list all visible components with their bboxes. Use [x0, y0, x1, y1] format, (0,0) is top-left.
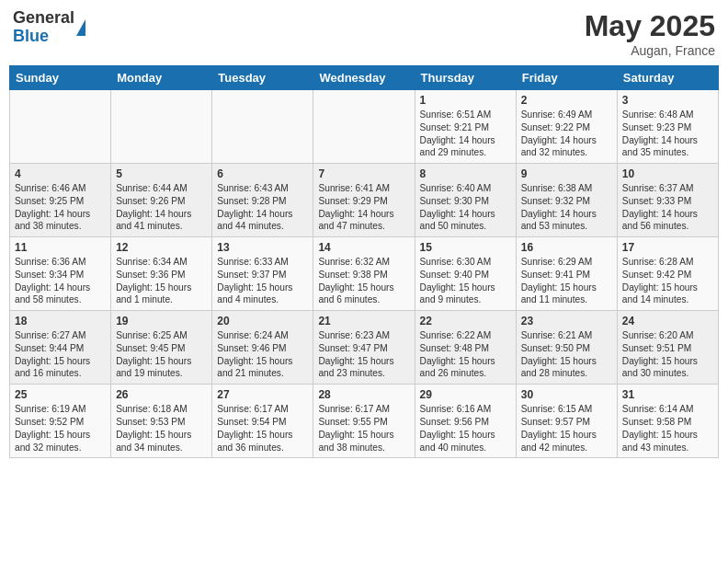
- day-number: 30: [521, 388, 612, 401]
- calendar-cell: 14Sunrise: 6:32 AM Sunset: 9:38 PM Dayli…: [313, 237, 415, 311]
- cell-content: Sunrise: 6:25 AM Sunset: 9:45 PM Dayligh…: [116, 329, 207, 380]
- cell-content: Sunrise: 6:41 AM Sunset: 9:29 PM Dayligh…: [318, 182, 409, 233]
- day-number: 4: [15, 167, 106, 180]
- cell-content: Sunrise: 6:51 AM Sunset: 9:21 PM Dayligh…: [420, 109, 511, 159]
- calendar-week-row: 11Sunrise: 6:36 AM Sunset: 9:34 PM Dayli…: [10, 237, 719, 311]
- cell-content: Sunrise: 6:32 AM Sunset: 9:38 PM Dayligh…: [318, 256, 409, 306]
- calendar-week-row: 25Sunrise: 6:19 AM Sunset: 9:52 PM Dayli…: [10, 385, 719, 458]
- day-number: 7: [318, 167, 409, 180]
- calendar-cell: 15Sunrise: 6:30 AM Sunset: 9:40 PM Dayli…: [415, 237, 516, 311]
- logo-triangle-icon: [76, 19, 85, 36]
- day-number: 9: [521, 167, 612, 180]
- calendar-cell: 3Sunrise: 6:48 AM Sunset: 9:23 PM Daylig…: [617, 90, 718, 164]
- day-number: 17: [622, 241, 713, 254]
- day-number: 16: [521, 241, 612, 254]
- calendar-cell: 6Sunrise: 6:43 AM Sunset: 9:28 PM Daylig…: [212, 164, 313, 237]
- calendar-cell: 4Sunrise: 6:46 AM Sunset: 9:25 PM Daylig…: [10, 164, 111, 237]
- day-number: 29: [420, 388, 511, 401]
- cell-content: Sunrise: 6:43 AM Sunset: 9:28 PM Dayligh…: [217, 182, 308, 233]
- calendar-week-row: 18Sunrise: 6:27 AM Sunset: 9:44 PM Dayli…: [10, 311, 719, 385]
- day-header-tuesday: Tuesday: [212, 66, 313, 90]
- cell-content: Sunrise: 6:34 AM Sunset: 9:36 PM Dayligh…: [116, 256, 207, 306]
- calendar-cell: 24Sunrise: 6:20 AM Sunset: 9:51 PM Dayli…: [617, 311, 718, 385]
- cell-content: Sunrise: 6:48 AM Sunset: 9:23 PM Dayligh…: [622, 109, 713, 159]
- cell-content: Sunrise: 6:21 AM Sunset: 9:50 PM Dayligh…: [521, 329, 612, 380]
- day-number: 8: [420, 167, 511, 180]
- day-number: 28: [318, 388, 409, 401]
- calendar-cell: 18Sunrise: 6:27 AM Sunset: 9:44 PM Dayli…: [10, 311, 111, 385]
- cell-content: Sunrise: 6:40 AM Sunset: 9:30 PM Dayligh…: [420, 182, 511, 233]
- calendar-cell: [313, 90, 415, 164]
- cell-content: Sunrise: 6:38 AM Sunset: 9:32 PM Dayligh…: [521, 182, 612, 233]
- calendar-cell: 11Sunrise: 6:36 AM Sunset: 9:34 PM Dayli…: [10, 237, 111, 311]
- day-header-sunday: Sunday: [10, 66, 111, 90]
- day-number: 14: [318, 241, 409, 254]
- logo-general-text: General: [13, 9, 74, 28]
- calendar-cell: 2Sunrise: 6:49 AM Sunset: 9:22 PM Daylig…: [516, 90, 617, 164]
- cell-content: Sunrise: 6:24 AM Sunset: 9:46 PM Dayligh…: [217, 329, 308, 380]
- day-header-thursday: Thursday: [415, 66, 516, 90]
- calendar-header-row: SundayMondayTuesdayWednesdayThursdayFrid…: [10, 66, 719, 90]
- calendar-cell: 7Sunrise: 6:41 AM Sunset: 9:29 PM Daylig…: [313, 164, 415, 237]
- day-number: 20: [217, 315, 308, 327]
- calendar-cell: 29Sunrise: 6:16 AM Sunset: 9:56 PM Dayli…: [415, 385, 516, 458]
- month-title: May 2025: [585, 9, 715, 43]
- cell-content: Sunrise: 6:22 AM Sunset: 9:48 PM Dayligh…: [420, 329, 511, 380]
- calendar-cell: 1Sunrise: 6:51 AM Sunset: 9:21 PM Daylig…: [415, 90, 516, 164]
- cell-content: Sunrise: 6:30 AM Sunset: 9:40 PM Dayligh…: [420, 256, 511, 306]
- day-number: 1: [420, 94, 511, 107]
- cell-content: Sunrise: 6:36 AM Sunset: 9:34 PM Dayligh…: [15, 256, 106, 306]
- cell-content: Sunrise: 6:16 AM Sunset: 9:56 PM Dayligh…: [420, 403, 511, 454]
- day-number: 25: [15, 388, 106, 401]
- day-header-monday: Monday: [111, 66, 212, 90]
- day-number: 31: [622, 388, 713, 401]
- calendar-cell: 26Sunrise: 6:18 AM Sunset: 9:53 PM Dayli…: [111, 385, 212, 458]
- day-number: 12: [116, 241, 207, 254]
- cell-content: Sunrise: 6:15 AM Sunset: 9:57 PM Dayligh…: [521, 403, 612, 454]
- day-number: 23: [521, 315, 612, 327]
- logo: General Blue: [13, 9, 85, 46]
- cell-content: Sunrise: 6:17 AM Sunset: 9:55 PM Dayligh…: [318, 403, 409, 454]
- logo-blue-text: Blue: [13, 28, 74, 46]
- calendar-cell: 10Sunrise: 6:37 AM Sunset: 9:33 PM Dayli…: [617, 164, 718, 237]
- calendar-cell: 28Sunrise: 6:17 AM Sunset: 9:55 PM Dayli…: [313, 385, 415, 458]
- day-number: 19: [116, 315, 207, 327]
- cell-content: Sunrise: 6:20 AM Sunset: 9:51 PM Dayligh…: [622, 329, 713, 380]
- day-number: 6: [217, 167, 308, 180]
- cell-content: Sunrise: 6:23 AM Sunset: 9:47 PM Dayligh…: [318, 329, 409, 380]
- day-number: 22: [420, 315, 511, 327]
- day-number: 15: [420, 241, 511, 254]
- cell-content: Sunrise: 6:27 AM Sunset: 9:44 PM Dayligh…: [15, 329, 106, 380]
- cell-content: Sunrise: 6:33 AM Sunset: 9:37 PM Dayligh…: [217, 256, 308, 306]
- calendar-cell: [111, 90, 212, 164]
- cell-content: Sunrise: 6:46 AM Sunset: 9:25 PM Dayligh…: [15, 182, 106, 233]
- cell-content: Sunrise: 6:29 AM Sunset: 9:41 PM Dayligh…: [521, 256, 612, 306]
- day-number: 10: [622, 167, 713, 180]
- day-number: 26: [116, 388, 207, 401]
- calendar-cell: 13Sunrise: 6:33 AM Sunset: 9:37 PM Dayli…: [212, 237, 313, 311]
- calendar-cell: 22Sunrise: 6:22 AM Sunset: 9:48 PM Dayli…: [415, 311, 516, 385]
- day-number: 27: [217, 388, 308, 401]
- calendar-week-row: 4Sunrise: 6:46 AM Sunset: 9:25 PM Daylig…: [10, 164, 719, 237]
- page-header: General Blue May 2025 Augan, France: [9, 9, 719, 58]
- cell-content: Sunrise: 6:14 AM Sunset: 9:58 PM Dayligh…: [622, 403, 713, 454]
- calendar-cell: 27Sunrise: 6:17 AM Sunset: 9:54 PM Dayli…: [212, 385, 313, 458]
- calendar-cell: 30Sunrise: 6:15 AM Sunset: 9:57 PM Dayli…: [516, 385, 617, 458]
- calendar-cell: 31Sunrise: 6:14 AM Sunset: 9:58 PM Dayli…: [617, 385, 718, 458]
- cell-content: Sunrise: 6:28 AM Sunset: 9:42 PM Dayligh…: [622, 256, 713, 306]
- calendar-week-row: 1Sunrise: 6:51 AM Sunset: 9:21 PM Daylig…: [10, 90, 719, 164]
- day-number: 21: [318, 315, 409, 327]
- calendar-cell: 25Sunrise: 6:19 AM Sunset: 9:52 PM Dayli…: [10, 385, 111, 458]
- cell-content: Sunrise: 6:37 AM Sunset: 9:33 PM Dayligh…: [622, 182, 713, 233]
- calendar-cell: 5Sunrise: 6:44 AM Sunset: 9:26 PM Daylig…: [111, 164, 212, 237]
- calendar-cell: [10, 90, 111, 164]
- day-number: 2: [521, 94, 612, 107]
- calendar-cell: 17Sunrise: 6:28 AM Sunset: 9:42 PM Dayli…: [617, 237, 718, 311]
- title-block: May 2025 Augan, France: [585, 9, 715, 58]
- day-number: 11: [15, 241, 106, 254]
- calendar-table: SundayMondayTuesdayWednesdayThursdayFrid…: [9, 65, 719, 458]
- cell-content: Sunrise: 6:19 AM Sunset: 9:52 PM Dayligh…: [15, 403, 106, 454]
- calendar-cell: 12Sunrise: 6:34 AM Sunset: 9:36 PM Dayli…: [111, 237, 212, 311]
- calendar-cell: 20Sunrise: 6:24 AM Sunset: 9:46 PM Dayli…: [212, 311, 313, 385]
- calendar-cell: 21Sunrise: 6:23 AM Sunset: 9:47 PM Dayli…: [313, 311, 415, 385]
